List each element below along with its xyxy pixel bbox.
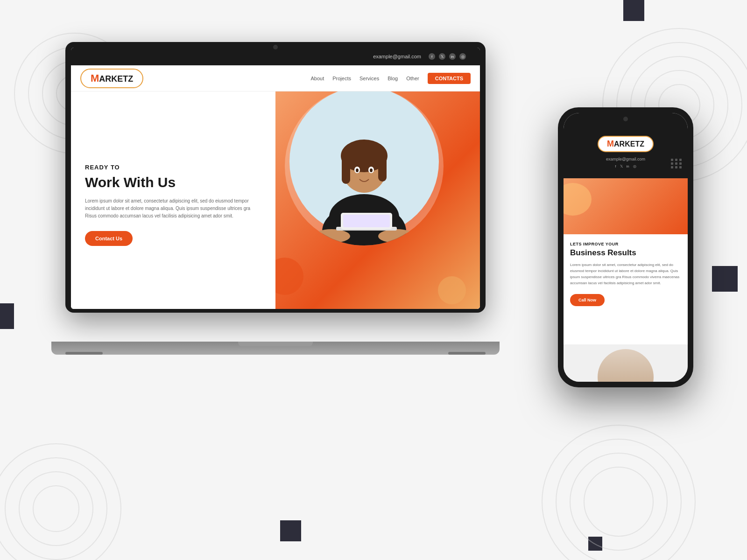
laptop-topbar: example@gmail.com f 𝕏 in ◎ (71, 48, 480, 65)
twitter-icon: 𝕏 (439, 53, 445, 60)
phone-bottom-circle (564, 344, 688, 382)
phone-instagram-icon: ◎ (633, 164, 636, 168)
laptop-hero-subtitle: READY TO (85, 164, 261, 171)
phone-screen-inner: MARKETZ example@gmail.com f 𝕏 in ◎ (564, 113, 688, 382)
phone-screen: MARKETZ example@gmail.com f 𝕏 in ◎ (564, 113, 688, 382)
svg-point-3 (313, 229, 350, 243)
laptop-foot-right (448, 352, 486, 355)
phone-logo: MARKETZ (607, 140, 644, 148)
facebook-icon: f (429, 53, 435, 60)
laptop-hero: READY TO Work With Us Lorem ipsum dolor … (71, 91, 480, 309)
instagram-icon: ◎ (459, 53, 466, 60)
nav-services[interactable]: Services (359, 76, 379, 81)
laptop-logo: MARKETZ (91, 74, 133, 84)
laptop-hero-desc: Lorem ipsum dolor sit amet, consectetur … (85, 197, 261, 220)
svg-rect-9 (378, 156, 387, 182)
laptop-logo-box: MARKETZ (80, 69, 143, 88)
laptop-cta-button[interactable]: Contact Us (85, 231, 133, 246)
laptop-email: example@gmail.com (373, 54, 421, 59)
nav-blog[interactable]: Blog (388, 76, 398, 81)
laptop-screen-outer: example@gmail.com f 𝕏 in ◎ MARKETZ About (65, 42, 486, 313)
phone-email: example@gmail.com (606, 157, 645, 161)
svg-point-4 (378, 229, 416, 243)
phone-cta-button[interactable]: Call Now (570, 294, 605, 306)
person-illustration (289, 91, 439, 245)
nav-other[interactable]: Other (406, 76, 419, 81)
laptop-nav-links: About Projects Services Blog Other CONTA… (310, 73, 471, 84)
blob-1 (275, 258, 303, 295)
phone-orange-section (564, 178, 688, 234)
nav-contacts[interactable]: CONTACTS (428, 73, 471, 84)
svg-point-12 (356, 168, 359, 172)
linkedin-icon: in (449, 53, 456, 60)
phone-grid-dots (671, 159, 682, 168)
laptop-social-icons: f 𝕏 in ◎ (429, 53, 466, 60)
phone-bottom-image (598, 349, 654, 382)
blob-2 (438, 276, 466, 304)
decorative-circles-bottom-left (0, 439, 126, 560)
nav-projects[interactable]: Projects (332, 76, 351, 81)
phone-blob (564, 183, 592, 216)
phone-logo-box: MARKETZ (598, 136, 654, 152)
phone-logo-m: M (607, 139, 614, 148)
phone-hero-title: Business Results (570, 248, 681, 258)
laptop-navbar: MARKETZ About Projects Services Blog Oth… (71, 65, 480, 91)
phone-camera (623, 117, 628, 121)
laptop-hinge (238, 342, 313, 346)
laptop-hero-right (275, 91, 480, 309)
decorative-circles-bottom-right (537, 420, 700, 560)
bg-square-top-right (623, 0, 644, 21)
phone-social-row: f 𝕏 in ◎ (615, 164, 636, 168)
laptop-camera (273, 45, 278, 49)
laptop-logo-m: M (91, 72, 99, 84)
laptop-hero-left: READY TO Work With Us Lorem ipsum dolor … (71, 91, 275, 309)
svg-point-13 (370, 168, 373, 172)
phone-white-section: LETS IMPROVE YOUR Business Results Lorem… (564, 234, 688, 344)
phone-linkedin-icon: in (627, 164, 629, 168)
svg-rect-8 (342, 156, 350, 184)
laptop-base (51, 342, 500, 355)
bg-square-left-mid (0, 303, 14, 329)
phone-facebook-icon: f (615, 164, 616, 168)
phone-mockup: MARKETZ example@gmail.com f 𝕏 in ◎ (558, 107, 693, 387)
phone-twitter-icon: 𝕏 (620, 164, 623, 168)
laptop-foot-left (65, 352, 103, 355)
svg-rect-16 (343, 215, 390, 227)
laptop-screen: example@gmail.com f 𝕏 in ◎ MARKETZ About (71, 48, 480, 309)
bg-square-right-mid (712, 266, 738, 292)
laptop-hero-title: Work With Us (85, 175, 261, 190)
phone-notch (595, 113, 656, 126)
phone-hero-subtitle: LETS IMPROVE YOUR (570, 242, 681, 246)
person-circle (285, 91, 444, 245)
bg-square-bottom-center (280, 520, 301, 541)
phone-hero-desc: Lorem ipsum dolor sit amet, consectetur … (570, 262, 681, 286)
nav-about[interactable]: About (310, 76, 324, 81)
laptop-mockup: example@gmail.com f 𝕏 in ◎ MARKETZ About (65, 42, 486, 355)
